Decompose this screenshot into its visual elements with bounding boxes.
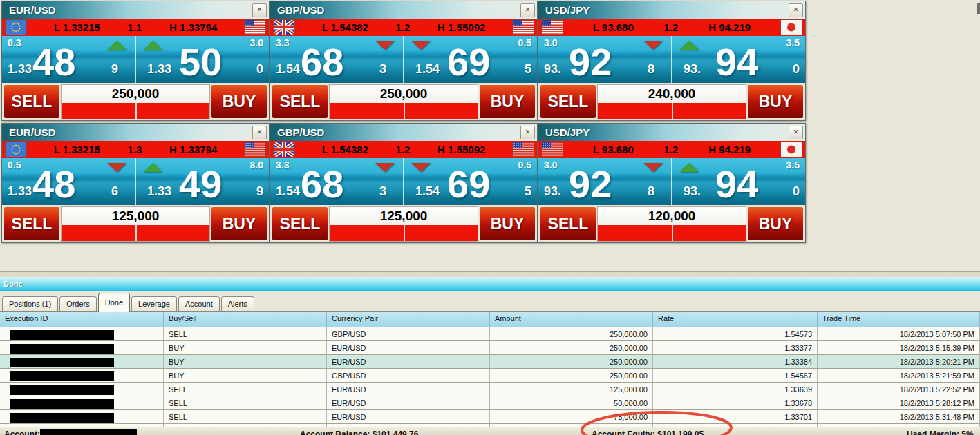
currency-pair-cell: GBP/USD [327, 327, 490, 340]
session-low: L 1.54382 [322, 21, 368, 33]
buy-button[interactable]: BUY [479, 84, 536, 119]
redaction-box [10, 330, 114, 340]
price-divider [671, 158, 672, 205]
buy-sell-cell: BUY [164, 355, 327, 368]
buy-button[interactable]: BUY [479, 206, 536, 241]
sell-trend-icon [107, 41, 126, 50]
amount-field[interactable]: 125,000 [61, 206, 210, 241]
sell-price-panel[interactable]: 0.5 1.33 48 6 [2, 158, 135, 205]
table-row[interactable]: BUY EUR/USD 250,000.00 1.33384 18/2/2013… [0, 355, 980, 369]
buy-price-panel[interactable]: 3.0 1.33 50 0 [136, 36, 269, 83]
sell-price-panel[interactable]: 3.3 1.54 68 3 [270, 158, 403, 205]
table-row[interactable]: BUY EUR/USD 250,000.00 1.33377 18/2/2013… [0, 341, 980, 355]
column-header-rate[interactable]: Rate [653, 312, 818, 327]
tab-positions-1[interactable]: Positions (1) [2, 296, 58, 311]
close-icon[interactable]: × [252, 126, 267, 139]
order-row: SELL 120,000 BUY [538, 205, 805, 242]
sell-button[interactable]: SELL [272, 84, 328, 119]
dealing-widget: EUR/USD × L 1.33215 1.3 H 1.33794 0.5 1.… [1, 123, 270, 243]
high-low-bar: L 1.33215 1.1 H 1.33794 [2, 19, 269, 36]
buy-corner-value: 0.5 [518, 160, 531, 171]
amount-field[interactable]: 240,000 [597, 84, 746, 119]
buy-button[interactable]: BUY [211, 206, 267, 241]
sell-corner-value: 3.3 [276, 160, 289, 171]
buy-button[interactable]: BUY [747, 84, 804, 119]
price-area: 3.3 1.54 68 3 0.5 1.54 69 5 [270, 36, 537, 83]
buy-trend-icon [411, 163, 431, 172]
amount-red-strip [597, 103, 746, 119]
sell-corner-value: 0.3 [8, 37, 21, 48]
account-redaction-box [40, 429, 137, 435]
buy-trend-icon [679, 41, 699, 50]
sell-price-panel[interactable]: 0.3 1.33 48 9 [2, 36, 135, 83]
close-icon[interactable]: × [789, 126, 803, 139]
sell-button[interactable]: SELL [3, 84, 60, 119]
column-header-buy-sell[interactable]: Buy/Sell [164, 312, 327, 327]
column-header-currency-pair[interactable]: Currency Pair [327, 312, 490, 327]
change-value: 1.2 [664, 21, 679, 33]
sell-price-panel[interactable]: 3.3 1.54 68 3 [270, 36, 403, 83]
widget-titlebar[interactable]: GBP/USD × [270, 124, 537, 141]
table-row[interactable]: SELL EUR/USD 75,000.00 1.33701 18/2/2013… [0, 410, 980, 424]
widget-titlebar[interactable]: USD/JPY × [538, 124, 805, 141]
table-row[interactable]: SELL EUR/USD 125,000.00 1.33639 18/2/201… [0, 383, 980, 396]
buy-price-panel[interactable]: 0.5 1.54 69 5 [404, 158, 537, 205]
buy-price-panel[interactable]: 3.5 93. 94 0 [672, 158, 805, 205]
dealing-widget: EUR/USD × L 1.33215 1.1 H 1.33794 0.3 1.… [1, 1, 270, 121]
price-divider [135, 36, 136, 83]
amount-value[interactable]: 250,000 [61, 84, 210, 103]
widget-titlebar[interactable]: GBP/USD × [270, 1, 537, 19]
buy-sell-cell: SELL [164, 327, 327, 340]
redaction-box [10, 413, 114, 423]
execution-id-cell [0, 355, 164, 368]
close-icon[interactable]: × [789, 3, 803, 17]
jp-flag-icon [781, 20, 802, 35]
buy-price-panel[interactable]: 0.5 1.54 69 5 [404, 36, 537, 83]
close-icon[interactable]: × [252, 3, 267, 17]
table-row[interactable]: SELL GBP/USD 250,000.00 1.54573 18/2/201… [0, 327, 980, 341]
amount-field[interactable]: 120,000 [597, 206, 746, 241]
redaction-box [10, 399, 114, 409]
sell-button[interactable]: SELL [272, 206, 328, 241]
column-header-trade-time[interactable]: Trade Time [818, 312, 980, 327]
session-high: H 94.219 [708, 144, 751, 155]
widget-titlebar[interactable]: USD/JPY × [538, 1, 805, 19]
session-high: H 1.33794 [169, 144, 217, 155]
buy-price-panel[interactable]: 8.0 1.33 49 9 [136, 158, 269, 205]
close-icon[interactable]: × [520, 3, 535, 17]
amount-value[interactable]: 240,000 [597, 84, 746, 103]
amount-field[interactable]: 250,000 [329, 84, 478, 119]
tab-done[interactable]: Done [98, 293, 130, 312]
column-header-execution-id[interactable]: Execution ID [0, 312, 164, 327]
table-row[interactable]: SELL EUR/USD 50,000.00 1.33678 18/2/2013… [0, 396, 980, 410]
tab-account[interactable]: Account [178, 296, 220, 311]
buy-button[interactable]: BUY [211, 84, 267, 119]
amount-field[interactable]: 125,000 [329, 206, 478, 241]
change-value: 1.1 [128, 21, 142, 33]
blotter-tabs: Positions (1)OrdersDoneLeverageAccountAl… [0, 291, 980, 312]
buy-sell-cell: BUY [164, 341, 327, 354]
buy-button[interactable]: BUY [747, 206, 804, 241]
sell-button[interactable]: SELL [3, 206, 60, 241]
sell-price-panel[interactable]: 3.0 93. 92 8 [538, 158, 671, 205]
column-header-amount[interactable]: Amount [490, 312, 653, 327]
amount-value[interactable]: 125,000 [329, 206, 478, 225]
amount-value[interactable]: 250,000 [329, 84, 478, 103]
buy-price-panel[interactable]: 3.5 93. 94 0 [672, 36, 805, 83]
tab-orders[interactable]: Orders [59, 296, 97, 311]
dealing-widget: USD/JPY × L 93.680 1.2 H 94.219 3.0 93. … [538, 1, 806, 121]
sell-button[interactable]: SELL [540, 206, 596, 241]
close-icon[interactable]: × [520, 126, 535, 139]
sell-price-pip: 8 [648, 184, 654, 199]
widget-titlebar[interactable]: EUR/USD × [2, 1, 269, 19]
sell-price-panel[interactable]: 3.0 93. 92 8 [538, 36, 671, 83]
amount-field[interactable]: 250,000 [61, 84, 210, 119]
table-row[interactable]: BUY GBP/USD 250,000.00 1.54567 18/2/2013… [0, 369, 980, 383]
widget-titlebar[interactable]: EUR/USD × [2, 124, 269, 141]
amount-value[interactable]: 125,000 [61, 206, 210, 225]
tab-alerts[interactable]: Alerts [221, 296, 254, 311]
sell-price-big: 48 [32, 164, 75, 204]
tab-leverage[interactable]: Leverage [131, 296, 177, 311]
sell-button[interactable]: SELL [540, 84, 596, 119]
amount-value[interactable]: 120,000 [597, 206, 746, 225]
